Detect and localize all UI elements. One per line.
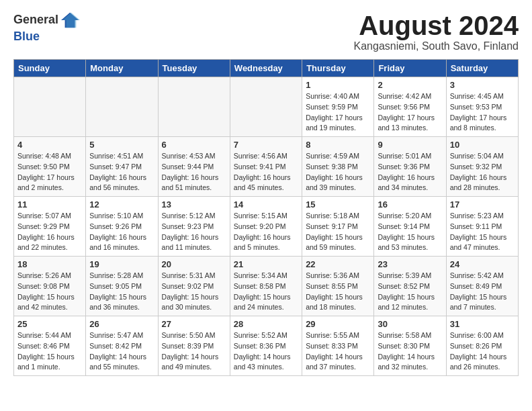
day-info: Sunrise: 5:18 AMSunset: 9:17 PMDaylight:…: [306, 211, 370, 253]
day-info: Sunrise: 5:31 AMSunset: 9:02 PMDaylight:…: [162, 271, 226, 313]
calendar-cell: 6Sunrise: 4:53 AMSunset: 9:44 PMDaylight…: [158, 137, 230, 197]
week-row-3: 11Sunrise: 5:07 AMSunset: 9:29 PMDayligh…: [14, 197, 519, 257]
calendar-cell: 18Sunrise: 5:26 AMSunset: 9:08 PMDayligh…: [14, 257, 86, 316]
day-number: 26: [89, 319, 154, 329]
day-number: 2: [378, 80, 442, 90]
calendar-header-monday: Monday: [86, 60, 158, 77]
day-info: Sunrise: 5:42 AMSunset: 8:49 PMDaylight:…: [450, 271, 515, 313]
week-row-2: 4Sunrise: 4:48 AMSunset: 9:50 PMDaylight…: [14, 137, 519, 197]
day-number: 16: [378, 199, 442, 210]
day-info: Sunrise: 5:01 AMSunset: 9:36 PMDaylight:…: [378, 151, 442, 193]
calendar-cell: 11Sunrise: 5:07 AMSunset: 9:29 PMDayligh…: [14, 197, 86, 257]
day-info: Sunrise: 4:42 AMSunset: 9:56 PMDaylight:…: [378, 91, 442, 134]
calendar-cell: 23Sunrise: 5:39 AMSunset: 8:52 PMDayligh…: [374, 257, 446, 316]
calendar-cell: [158, 77, 230, 137]
calendar-cell: 16Sunrise: 5:20 AMSunset: 9:14 PMDayligh…: [374, 197, 446, 257]
month-title: August 2024: [354, 11, 519, 40]
day-info: Sunrise: 5:44 AMSunset: 8:46 PMDaylight:…: [17, 330, 82, 373]
calendar-header-tuesday: Tuesday: [158, 60, 230, 77]
calendar-cell: 20Sunrise: 5:31 AMSunset: 9:02 PMDayligh…: [158, 257, 230, 316]
calendar-cell: 8Sunrise: 4:59 AMSunset: 9:38 PMDaylight…: [302, 137, 374, 197]
calendar-header-thursday: Thursday: [302, 60, 374, 77]
day-number: 22: [306, 259, 370, 269]
day-info: Sunrise: 4:51 AMSunset: 9:47 PMDaylight:…: [89, 151, 154, 193]
calendar-cell: 7Sunrise: 4:56 AMSunset: 9:41 PMDaylight…: [230, 137, 302, 197]
calendar-cell: 17Sunrise: 5:23 AMSunset: 9:11 PMDayligh…: [446, 197, 518, 257]
day-number: 20: [162, 259, 226, 269]
day-info: Sunrise: 5:23 AMSunset: 9:11 PMDaylight:…: [450, 211, 515, 253]
logo-blue-text: Blue: [13, 30, 80, 44]
day-info: Sunrise: 5:34 AMSunset: 8:58 PMDaylight:…: [234, 271, 298, 313]
location: Kangasniemi, South Savo, Finland: [354, 40, 519, 52]
calendar-cell: 25Sunrise: 5:44 AMSunset: 8:46 PMDayligh…: [14, 316, 86, 376]
day-number: 17: [450, 199, 515, 210]
week-row-1: 1Sunrise: 4:40 AMSunset: 9:59 PMDaylight…: [14, 77, 519, 137]
calendar-cell: 19Sunrise: 5:28 AMSunset: 9:05 PMDayligh…: [86, 257, 158, 316]
day-info: Sunrise: 5:50 AMSunset: 8:39 PMDaylight:…: [162, 330, 226, 373]
day-info: Sunrise: 4:48 AMSunset: 9:50 PMDaylight:…: [17, 151, 82, 193]
day-info: Sunrise: 5:26 AMSunset: 9:08 PMDaylight:…: [17, 271, 82, 313]
day-info: Sunrise: 4:56 AMSunset: 9:41 PMDaylight:…: [234, 151, 298, 193]
calendar-cell: 30Sunrise: 5:58 AMSunset: 8:30 PMDayligh…: [374, 316, 446, 376]
day-info: Sunrise: 5:12 AMSunset: 9:23 PMDaylight:…: [162, 211, 226, 253]
day-number: 1: [306, 80, 370, 90]
calendar-cell: 3Sunrise: 4:45 AMSunset: 9:53 PMDaylight…: [446, 77, 518, 137]
calendar-cell: 14Sunrise: 5:15 AMSunset: 9:20 PMDayligh…: [230, 197, 302, 257]
day-info: Sunrise: 6:00 AMSunset: 8:26 PMDaylight:…: [450, 330, 515, 373]
calendar-cell: 1Sunrise: 4:40 AMSunset: 9:59 PMDaylight…: [302, 77, 374, 137]
day-info: Sunrise: 5:28 AMSunset: 9:05 PMDaylight:…: [89, 271, 154, 313]
calendar-header-saturday: Saturday: [446, 60, 518, 77]
calendar-cell: 26Sunrise: 5:47 AMSunset: 8:42 PMDayligh…: [86, 316, 158, 376]
calendar-cell: [14, 77, 86, 137]
day-number: 9: [378, 140, 442, 150]
calendar-cell: 27Sunrise: 5:50 AMSunset: 8:39 PMDayligh…: [158, 316, 230, 376]
day-number: 27: [162, 319, 226, 329]
day-number: 21: [234, 259, 298, 269]
day-number: 24: [450, 259, 515, 269]
day-info: Sunrise: 5:15 AMSunset: 9:20 PMDaylight:…: [234, 211, 298, 253]
day-number: 25: [17, 319, 82, 329]
logo-icon: [61, 11, 80, 30]
calendar-header-sunday: Sunday: [14, 60, 86, 77]
title-block: August 2024 Kangasniemi, South Savo, Fin…: [354, 11, 519, 52]
logo-general-text: General: [13, 13, 58, 26]
day-info: Sunrise: 5:20 AMSunset: 9:14 PMDaylight:…: [378, 211, 442, 253]
calendar-cell: 5Sunrise: 4:51 AMSunset: 9:47 PMDaylight…: [86, 137, 158, 197]
day-info: Sunrise: 5:52 AMSunset: 8:36 PMDaylight:…: [234, 330, 298, 373]
day-number: 30: [378, 319, 442, 329]
day-number: 3: [450, 80, 515, 90]
calendar-cell: 15Sunrise: 5:18 AMSunset: 9:17 PMDayligh…: [302, 197, 374, 257]
calendar-cell: 28Sunrise: 5:52 AMSunset: 8:36 PMDayligh…: [230, 316, 302, 376]
day-number: 12: [89, 199, 154, 210]
day-info: Sunrise: 4:53 AMSunset: 9:44 PMDaylight:…: [162, 151, 226, 193]
day-number: 6: [162, 140, 226, 150]
logo: General Blue: [13, 11, 80, 44]
calendar-cell: 22Sunrise: 5:36 AMSunset: 8:55 PMDayligh…: [302, 257, 374, 316]
calendar-cell: 31Sunrise: 6:00 AMSunset: 8:26 PMDayligh…: [446, 316, 518, 376]
header: General Blue August 2024 Kangasniemi, So…: [13, 11, 519, 52]
calendar-cell: 21Sunrise: 5:34 AMSunset: 8:58 PMDayligh…: [230, 257, 302, 316]
calendar-cell: 10Sunrise: 5:04 AMSunset: 9:32 PMDayligh…: [446, 137, 518, 197]
day-number: 13: [162, 199, 226, 210]
day-info: Sunrise: 5:07 AMSunset: 9:29 PMDaylight:…: [17, 211, 82, 253]
day-info: Sunrise: 5:55 AMSunset: 8:33 PMDaylight:…: [306, 330, 370, 373]
day-number: 19: [89, 259, 154, 269]
day-number: 10: [450, 140, 515, 150]
day-number: 4: [17, 140, 82, 150]
day-info: Sunrise: 4:40 AMSunset: 9:59 PMDaylight:…: [306, 91, 370, 134]
day-number: 23: [378, 259, 442, 269]
day-info: Sunrise: 4:45 AMSunset: 9:53 PMDaylight:…: [450, 91, 515, 134]
calendar-header-friday: Friday: [374, 60, 446, 77]
day-number: 29: [306, 319, 370, 329]
day-number: 15: [306, 199, 370, 210]
calendar-cell: 9Sunrise: 5:01 AMSunset: 9:36 PMDaylight…: [374, 137, 446, 197]
week-row-5: 25Sunrise: 5:44 AMSunset: 8:46 PMDayligh…: [14, 316, 519, 376]
day-number: 11: [17, 199, 82, 210]
day-number: 18: [17, 259, 82, 269]
day-info: Sunrise: 5:10 AMSunset: 9:26 PMDaylight:…: [89, 211, 154, 253]
calendar-cell: 2Sunrise: 4:42 AMSunset: 9:56 PMDaylight…: [374, 77, 446, 137]
calendar-cell: [86, 77, 158, 137]
day-info: Sunrise: 5:36 AMSunset: 8:55 PMDaylight:…: [306, 271, 370, 313]
calendar-cell: [230, 77, 302, 137]
day-number: 8: [306, 140, 370, 150]
